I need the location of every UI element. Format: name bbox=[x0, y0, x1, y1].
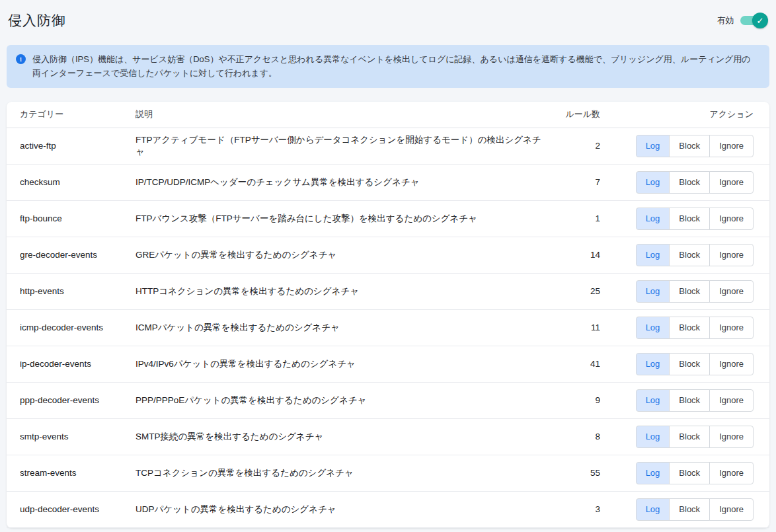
table-row: icmp-decoder-events ICMPパケットの異常を検出するためのシ… bbox=[7, 310, 769, 346]
rule-count-cell: 2 bbox=[553, 141, 600, 151]
table-header-row: カテゴリー 説明 ルール数 アクション bbox=[7, 102, 769, 128]
table-row: smtp-events SMTP接続の異常を検出するためのシグネチャ 8 Log… bbox=[7, 419, 769, 455]
table-body: active-ftp FTPアクティブモード（FTPサーバー側からデータコネクシ… bbox=[7, 128, 769, 528]
header-rule-count: ルール数 bbox=[553, 108, 600, 120]
table-row: active-ftp FTPアクティブモード（FTPサーバー側からデータコネクシ… bbox=[7, 128, 769, 165]
action-button-group: Log Block Ignore bbox=[636, 317, 754, 339]
action-button-group: Log Block Ignore bbox=[636, 280, 754, 303]
table-row: ppp-decoder-events PPP/PPPoEパケットの異常を検出する… bbox=[7, 383, 769, 419]
log-button[interactable]: Log bbox=[636, 280, 670, 303]
info-banner-text: 侵入防御（IPS）機能は、サービス妨害（DoS）や不正アクセスと思われる異常なイ… bbox=[32, 52, 759, 81]
rule-count-cell: 3 bbox=[553, 504, 600, 514]
table-row: http-events HTTPコネクションの異常を検出するためのシグネチャ 2… bbox=[7, 274, 769, 310]
log-button[interactable]: Log bbox=[636, 426, 670, 448]
action-cell: Log Block Ignore bbox=[600, 317, 754, 339]
action-button-group: Log Block Ignore bbox=[636, 353, 754, 375]
category-cell: gre-decoder-events bbox=[20, 250, 136, 260]
action-button-group: Log Block Ignore bbox=[636, 498, 754, 521]
table-row: udp-decoder-events UDPパケットの異常を検出するためのシグネ… bbox=[7, 492, 769, 528]
category-cell: stream-events bbox=[20, 468, 136, 478]
action-cell: Log Block Ignore bbox=[600, 389, 754, 412]
description-cell: IPv4/IPv6パケットの異常を検出するためのシグネチャ bbox=[136, 358, 553, 370]
block-button[interactable]: Block bbox=[669, 208, 710, 230]
block-button[interactable]: Block bbox=[669, 426, 710, 448]
table-row: ip-decoder-events IPv4/IPv6パケットの異常を検出するた… bbox=[7, 346, 769, 383]
rule-count-cell: 8 bbox=[553, 432, 600, 441]
description-cell: ICMPパケットの異常を検出するためのシグネチャ bbox=[136, 322, 553, 334]
log-button[interactable]: Log bbox=[636, 135, 670, 157]
log-button[interactable]: Log bbox=[636, 353, 670, 375]
description-cell: TCPコネクションの異常を検出するためのシグネチャ bbox=[136, 467, 553, 479]
table-row: checksum IP/TCP/UDP/ICMPヘッダーのチェックサム異常を検出… bbox=[7, 165, 769, 201]
enable-toggle[interactable]: ✓ bbox=[740, 13, 768, 28]
rule-count-cell: 11 bbox=[553, 323, 600, 332]
description-cell: FTPアクティブモード（FTPサーバー側からデータコネクションを開始するモード）… bbox=[136, 134, 553, 158]
description-cell: PPP/PPPoEパケットの異常を検出するためのシグネチャ bbox=[136, 395, 553, 406]
action-cell: Log Block Ignore bbox=[600, 280, 754, 303]
log-button[interactable]: Log bbox=[636, 208, 670, 230]
ignore-button[interactable]: Ignore bbox=[709, 135, 754, 157]
ignore-button[interactable]: Ignore bbox=[709, 462, 754, 484]
log-button[interactable]: Log bbox=[636, 389, 670, 412]
ignore-button[interactable]: Ignore bbox=[709, 426, 754, 448]
description-cell: HTTPコネクションの異常を検出するためのシグネチャ bbox=[136, 285, 553, 297]
ignore-button[interactable]: Ignore bbox=[709, 317, 754, 339]
block-button[interactable]: Block bbox=[669, 317, 710, 339]
description-cell: GREパケットの異常を検出するためのシグネチャ bbox=[136, 249, 553, 261]
page-header: 侵入防御 有効 ✓ bbox=[8, 9, 768, 32]
ignore-button[interactable]: Ignore bbox=[709, 244, 754, 266]
action-button-group: Log Block Ignore bbox=[636, 426, 754, 448]
log-button[interactable]: Log bbox=[636, 244, 670, 266]
description-cell: IP/TCP/UDP/ICMPヘッダーのチェックサム異常を検出するシグネチャ bbox=[136, 176, 553, 188]
description-cell: FTPバウンス攻撃（FTPサーバーを踏み台にした攻撃）を検出するためのシグネチャ bbox=[136, 213, 553, 225]
header-description: 説明 bbox=[136, 108, 553, 120]
info-icon: i bbox=[16, 54, 26, 64]
category-cell: ip-decoder-events bbox=[20, 359, 136, 369]
rule-count-cell: 14 bbox=[553, 250, 600, 260]
rule-count-cell: 25 bbox=[553, 286, 600, 296]
ignore-button[interactable]: Ignore bbox=[709, 498, 754, 521]
enable-control: 有効 ✓ bbox=[717, 13, 768, 28]
action-cell: Log Block Ignore bbox=[600, 171, 754, 194]
header-category: カテゴリー bbox=[20, 108, 136, 120]
table-row: stream-events TCPコネクションの異常を検出するためのシグネチャ … bbox=[7, 455, 769, 492]
ignore-button[interactable]: Ignore bbox=[709, 208, 754, 230]
category-cell: http-events bbox=[20, 286, 136, 296]
table-row: ftp-bounce FTPバウンス攻撃（FTPサーバーを踏み台にした攻撃）を検… bbox=[7, 201, 769, 237]
block-button[interactable]: Block bbox=[669, 244, 710, 266]
rule-count-cell: 55 bbox=[553, 468, 600, 478]
action-button-group: Log Block Ignore bbox=[636, 244, 754, 266]
log-button[interactable]: Log bbox=[636, 317, 670, 339]
check-icon: ✓ bbox=[752, 13, 768, 28]
action-cell: Log Block Ignore bbox=[600, 498, 754, 521]
block-button[interactable]: Block bbox=[669, 353, 710, 375]
block-button[interactable]: Block bbox=[669, 171, 710, 194]
enable-label: 有効 bbox=[717, 15, 734, 26]
rule-count-cell: 9 bbox=[553, 395, 600, 405]
action-button-group: Log Block Ignore bbox=[636, 462, 754, 484]
action-button-group: Log Block Ignore bbox=[636, 389, 754, 412]
action-cell: Log Block Ignore bbox=[600, 208, 754, 230]
log-button[interactable]: Log bbox=[636, 462, 670, 484]
category-cell: ftp-bounce bbox=[20, 213, 136, 223]
rule-count-cell: 7 bbox=[553, 177, 600, 187]
log-button[interactable]: Log bbox=[636, 171, 670, 194]
category-cell: ppp-decoder-events bbox=[20, 395, 136, 405]
ignore-button[interactable]: Ignore bbox=[709, 171, 754, 194]
block-button[interactable]: Block bbox=[669, 280, 710, 303]
log-button[interactable]: Log bbox=[636, 498, 670, 521]
block-button[interactable]: Block bbox=[669, 389, 710, 412]
description-cell: UDPパケットの異常を検出するためのシグネチャ bbox=[136, 504, 553, 515]
category-cell: udp-decoder-events bbox=[20, 504, 136, 514]
action-button-group: Log Block Ignore bbox=[636, 135, 754, 157]
block-button[interactable]: Block bbox=[669, 498, 710, 521]
block-button[interactable]: Block bbox=[669, 135, 710, 157]
action-cell: Log Block Ignore bbox=[600, 135, 754, 157]
description-cell: SMTP接続の異常を検出するためのシグネチャ bbox=[136, 431, 553, 443]
ignore-button[interactable]: Ignore bbox=[709, 389, 754, 412]
header-actions: アクション bbox=[600, 108, 754, 120]
ignore-button[interactable]: Ignore bbox=[709, 353, 754, 375]
category-cell: active-ftp bbox=[20, 141, 136, 151]
block-button[interactable]: Block bbox=[669, 462, 710, 484]
ignore-button[interactable]: Ignore bbox=[709, 280, 754, 303]
